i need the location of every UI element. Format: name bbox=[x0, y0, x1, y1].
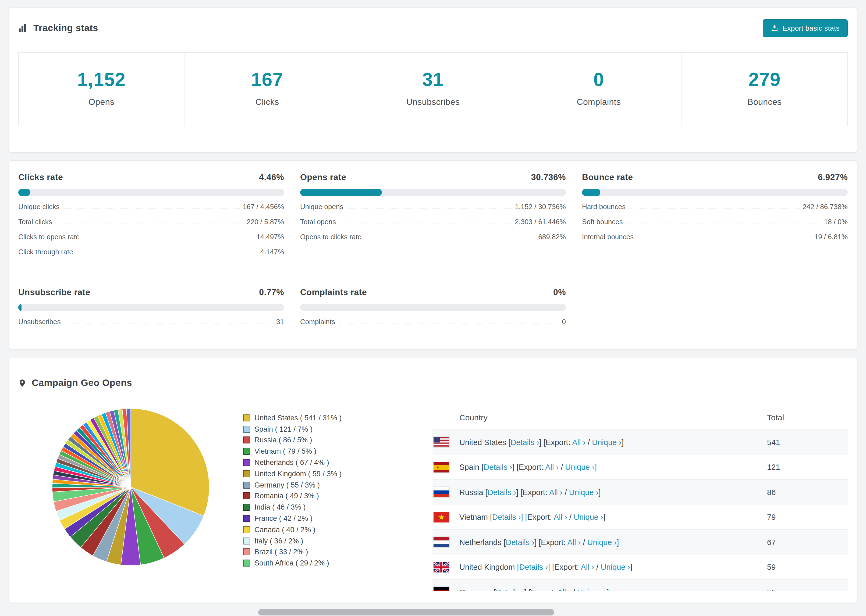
export-unique-link[interactable]: Unique › bbox=[601, 563, 630, 572]
rate-progress-fill bbox=[300, 189, 382, 196]
legend-swatch bbox=[243, 548, 250, 556]
rate-row-value: 242 / 86.738% bbox=[803, 203, 848, 211]
export-all-link[interactable]: All › bbox=[545, 463, 559, 472]
legend-label: United States ( 541 / 31% ) bbox=[254, 414, 342, 422]
legend-item-vietnam: Vietnam ( 79 / 5% ) bbox=[243, 446, 433, 457]
legend-label: Brazil ( 33 / 2% ) bbox=[254, 548, 308, 556]
dotted-leader bbox=[62, 209, 240, 209]
rate-row-opens-to-clicks-rate: Opens to clicks rate689.82% bbox=[300, 233, 566, 248]
stat-box-bounces: 279Bounces bbox=[682, 52, 848, 126]
geo-header: Campaign Geo Opens bbox=[18, 375, 848, 391]
total-value: 79 bbox=[767, 513, 848, 522]
dotted-leader bbox=[636, 239, 811, 239]
rate-section-unsubscribe-rate: Unsubscribe rate0.77%Unsubscribes31 bbox=[18, 288, 284, 333]
rate-row-value: 31 bbox=[276, 318, 284, 326]
export-basic-stats-button[interactable]: Export basic stats bbox=[763, 19, 848, 37]
legend-item-france: France ( 42 / 2% ) bbox=[243, 513, 433, 524]
location-pin-icon bbox=[18, 378, 26, 388]
legend-item-netherlands: Netherlands ( 67 / 4% ) bbox=[243, 457, 433, 468]
rate-progress-fill bbox=[18, 304, 22, 311]
rate-row-label: Complaints bbox=[300, 318, 335, 326]
table-row-spain: Spain [Details ›] [Export: All › / Uniqu… bbox=[433, 454, 848, 479]
export-unique-link[interactable]: Unique › bbox=[592, 438, 622, 447]
rate-value: 4.46% bbox=[259, 173, 284, 182]
export-all-link[interactable]: All › bbox=[572, 438, 586, 447]
rate-value: 0% bbox=[553, 288, 566, 297]
dotted-leader bbox=[76, 254, 258, 254]
column-header-total: Total bbox=[767, 413, 848, 422]
details-link[interactable]: Details › bbox=[510, 438, 539, 447]
rate-row-label: Soft bounces bbox=[582, 218, 623, 226]
country-name: Russia bbox=[459, 488, 483, 497]
country-cell: Vietnam [Details ›] [Export: All › / Uni… bbox=[459, 513, 767, 522]
rate-progress-bar bbox=[18, 189, 284, 196]
rate-row-label: Unique opens bbox=[300, 203, 343, 211]
export-unique-link[interactable]: Unique › bbox=[587, 538, 617, 547]
rate-section-bounce-rate: Bounce rate6.927%Hard bounces242 / 86.73… bbox=[582, 173, 848, 263]
dotted-leader bbox=[82, 239, 254, 239]
legend-swatch bbox=[243, 448, 250, 455]
legend-item-india: India ( 46 / 3% ) bbox=[243, 502, 433, 513]
dotted-leader bbox=[364, 239, 535, 239]
export-unique-link[interactable]: Unique › bbox=[574, 513, 603, 522]
dotted-leader bbox=[63, 324, 274, 324]
details-link[interactable]: Details › bbox=[483, 463, 512, 472]
legend-swatch bbox=[243, 515, 250, 522]
details-link[interactable]: Details › bbox=[492, 513, 521, 522]
legend-item-germany: Germany ( 55 / 3% ) bbox=[243, 479, 433, 491]
rate-row-clicks-to-opens-rate: Clicks to opens rate14.497% bbox=[18, 233, 284, 248]
country-cell: United Kingdom [Details ›] [Export: All … bbox=[459, 563, 767, 572]
details-link[interactable]: Details › bbox=[519, 563, 548, 572]
export-unique-link[interactable]: Unique › bbox=[569, 488, 599, 497]
export-all-link[interactable]: All › bbox=[581, 563, 594, 572]
rate-row-value: 1,152 / 30.736% bbox=[515, 203, 566, 211]
rate-row-value: 2,303 / 61.446% bbox=[515, 218, 566, 226]
horizontal-scrollbar[interactable] bbox=[258, 609, 554, 616]
legend-label: Germany ( 55 / 3% ) bbox=[254, 481, 320, 489]
rate-value: 6.927% bbox=[818, 173, 848, 182]
export-all-link[interactable]: All › bbox=[557, 588, 571, 591]
export-unique-link[interactable]: Unique › bbox=[577, 588, 607, 591]
legend-swatch bbox=[243, 470, 250, 477]
country-cell: Netherlands [Details ›] [Export: All › /… bbox=[459, 538, 767, 547]
dotted-leader bbox=[346, 209, 512, 209]
rate-row-value: 4.147% bbox=[260, 248, 284, 256]
rate-head: Unsubscribe rate0.77% bbox=[18, 288, 284, 298]
total-value: 86 bbox=[767, 488, 848, 497]
rate-row-unique-opens: Unique opens1,152 / 30.736% bbox=[300, 203, 566, 218]
rate-row-value: 18 / 0% bbox=[824, 218, 848, 226]
rate-row-value: 689.82% bbox=[538, 233, 566, 241]
rate-row-value: 19 / 6.81% bbox=[814, 233, 848, 241]
details-link[interactable]: Details › bbox=[506, 538, 534, 547]
rate-row-label: Opens to clicks rate bbox=[300, 233, 361, 241]
total-value: 67 bbox=[767, 538, 848, 547]
export-all-link[interactable]: All › bbox=[567, 538, 581, 547]
details-link[interactable]: Details › bbox=[488, 488, 516, 497]
table-row-united-kingdom: United Kingdom [Details ›] [Export: All … bbox=[433, 555, 848, 580]
legend-item-united-states: United States ( 541 / 31% ) bbox=[243, 412, 433, 424]
country-name: United Kingdom bbox=[459, 563, 515, 572]
legend-label: Italy ( 36 / 2% ) bbox=[254, 537, 303, 545]
country-cell: Russia [Details ›] [Export: All › / Uniq… bbox=[459, 488, 767, 497]
rate-progress-bar bbox=[300, 189, 566, 196]
rate-row-label: Internal bounces bbox=[582, 233, 634, 241]
legend-label: Spain ( 121 / 7% ) bbox=[254, 425, 313, 433]
rate-head: Opens rate30.736% bbox=[300, 173, 566, 183]
country-name: Vietnam bbox=[459, 513, 488, 522]
export-basic-stats-label: Export basic stats bbox=[783, 24, 840, 32]
legend-swatch bbox=[243, 426, 250, 432]
rate-head: Clicks rate4.46% bbox=[18, 173, 284, 183]
export-all-link[interactable]: All › bbox=[554, 513, 567, 522]
rate-row-value: 0 bbox=[562, 318, 566, 326]
flag-germany-icon bbox=[433, 587, 459, 591]
stat-label: Complaints bbox=[516, 97, 681, 107]
export-unique-link[interactable]: Unique › bbox=[565, 463, 595, 472]
details-link[interactable]: Details › bbox=[496, 588, 524, 591]
export-all-link[interactable]: All › bbox=[549, 488, 563, 497]
dotted-leader bbox=[338, 324, 559, 324]
geo-title: Campaign Geo Opens bbox=[32, 377, 132, 388]
legend-label: Canada ( 40 / 2% ) bbox=[254, 526, 315, 534]
legend-swatch bbox=[243, 415, 250, 421]
flag-spain-icon bbox=[433, 462, 459, 473]
tracking-stats-header: Tracking stats Export basic stats bbox=[18, 20, 848, 36]
